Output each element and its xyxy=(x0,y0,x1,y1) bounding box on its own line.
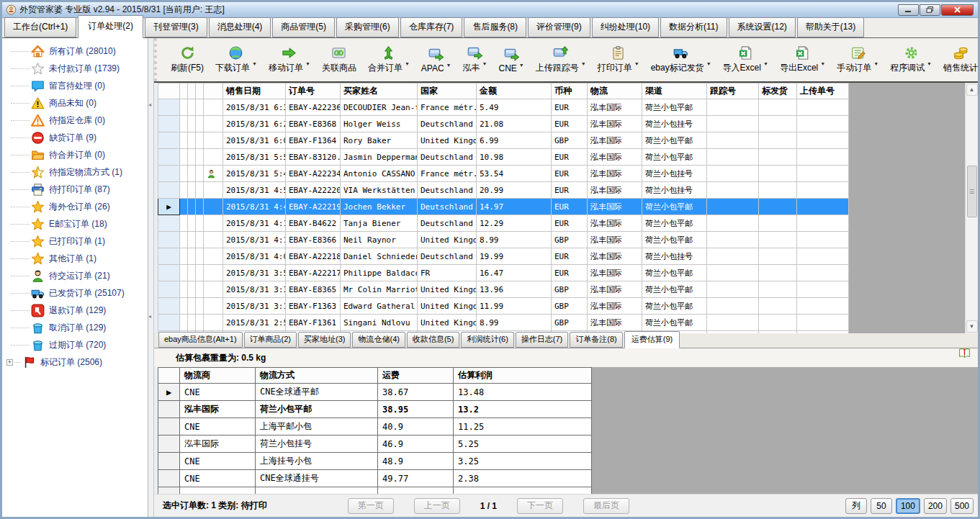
page-size-button-200[interactable]: 200 xyxy=(924,498,947,514)
orders-col-header-1[interactable] xyxy=(158,84,180,99)
orders-col-header-11[interactable]: 币种 xyxy=(552,84,588,99)
orders-col-header-14[interactable]: 跟踪号 xyxy=(707,84,759,99)
menu-tab-3[interactable]: 刊登管理(3) xyxy=(145,17,207,37)
orders-col-header-6[interactable]: 销售日期 xyxy=(223,84,286,99)
menu-tab-9[interactable]: 评价管理(9) xyxy=(528,17,590,37)
dropdown-caret-icon[interactable]: ▼ xyxy=(446,63,451,68)
dropdown-caret-icon[interactable]: ▼ xyxy=(927,61,932,66)
toolbar-button-11[interactable]: ebay标记发货▼ xyxy=(646,44,716,76)
sidebar-item-19[interactable]: +标记订单 (2506) xyxy=(2,353,148,371)
dropdown-caret-icon[interactable]: ▼ xyxy=(820,61,825,66)
toolbar-button-15[interactable]: 程序调试▼ xyxy=(885,44,937,76)
orders-col-header-15[interactable]: 标发货 xyxy=(759,84,797,99)
sidebar-item-6[interactable]: 缺货订单 (9) xyxy=(2,129,148,146)
toolbar-button-14[interactable]: 手动订单▼ xyxy=(832,44,884,76)
sidebar-item-13[interactable]: 其他订单 (1) xyxy=(2,250,148,267)
shipping-row[interactable]: CNE上海平邮小包40.911.25 xyxy=(158,418,592,435)
sidebar-item-9[interactable]: 待打印订单 (87) xyxy=(2,181,148,198)
shipping-col-header-4[interactable]: 运费 xyxy=(378,368,454,384)
sidebar-item-17[interactable]: 取消订单 (129) xyxy=(2,319,148,336)
toolbar-button-3[interactable]: 移动订单▼ xyxy=(264,44,315,76)
sidebar-item-1[interactable]: 所有订单 (28010) xyxy=(2,42,148,60)
toolbar-button-5[interactable]: 合并订单▼ xyxy=(363,44,415,76)
sidebar-item-3[interactable]: 留言待处理 (0) xyxy=(2,77,148,94)
order-row[interactable]: 2015/8/31 3:18EBAY-F1363Edward GatheralU… xyxy=(158,298,849,315)
shipping-row[interactable]: 泓丰国际荷兰小包挂号46.95.25 xyxy=(158,435,592,453)
order-row[interactable]: ▶2015/8/31 4:46EBAY-A22219Jochen BekkerD… xyxy=(158,199,849,215)
menu-tab-6[interactable]: 采购管理(6) xyxy=(336,17,399,37)
minimize-button[interactable] xyxy=(898,4,919,16)
order-row[interactable]: 2015/8/31 4:16EBAY-B4622Tanja BienerDeut… xyxy=(158,215,849,232)
last-page-button[interactable]: 最后页 xyxy=(583,498,629,514)
scroll-down-icon[interactable]: ▼ xyxy=(966,320,978,333)
shipping-row[interactable]: 泓丰国际荷兰小包平邮38.9513.2 xyxy=(158,401,592,418)
sidebar-item-8[interactable]: 待指定物流方式 (1) xyxy=(2,163,148,181)
sidebar-item-14[interactable]: 待交运订单 (21) xyxy=(2,267,148,284)
dropdown-caret-icon[interactable]: ▼ xyxy=(763,61,768,66)
toolbar-button-9[interactable]: 上传跟踪号▼ xyxy=(531,44,591,76)
sidebar-item-12[interactable]: 已打印订单 (1) xyxy=(2,233,148,250)
detail-tab-2[interactable]: 订单商品(2) xyxy=(244,332,297,348)
dropdown-caret-icon[interactable]: ▼ xyxy=(305,61,310,66)
detail-tab-8[interactable]: 订单备注(8) xyxy=(570,332,622,348)
sidebar-splitter[interactable]: ◂◂ xyxy=(148,38,154,517)
shipping-row[interactable] xyxy=(158,487,592,495)
close-button[interactable] xyxy=(941,4,974,16)
menu-tab-10[interactable]: 纠纷处理(10) xyxy=(592,17,659,37)
menu-tab-13[interactable]: 帮助关于(13) xyxy=(797,17,864,37)
orders-col-header-4[interactable] xyxy=(196,84,204,99)
page-size-button-500[interactable]: 500 xyxy=(950,498,974,514)
menu-tab-2[interactable]: 订单处理(2) xyxy=(78,15,143,38)
page-size-button-50[interactable]: 50 xyxy=(871,498,892,514)
dropdown-caret-icon[interactable]: ▼ xyxy=(634,61,639,66)
prev-page-button[interactable]: 上一页 xyxy=(414,498,460,514)
toolbar-button-4[interactable]: 关联商品 xyxy=(317,44,361,76)
dropdown-caret-icon[interactable]: ▼ xyxy=(519,63,524,68)
dropdown-caret-icon[interactable]: ▼ xyxy=(873,61,878,66)
order-row[interactable]: 2015/8/31 6:37EBAY-A22236DECOUDIER Jean-… xyxy=(158,99,849,116)
order-row[interactable]: 2015/8/31 6:28EBAY-E8368Holger WeissDeut… xyxy=(158,116,849,132)
detail-tab-9[interactable]: 运费估算(9) xyxy=(624,331,680,348)
dropdown-caret-icon[interactable]: ▼ xyxy=(706,61,711,66)
order-row[interactable]: 2015/8/31 4:11EBAY-E8366Neil RaynorUnite… xyxy=(158,232,849,248)
sidebar-item-16[interactable]: 退款订单 (129) xyxy=(2,302,148,319)
dropdown-caret-icon[interactable]: ▼ xyxy=(482,61,487,66)
orders-col-header-10[interactable]: 金额 xyxy=(477,84,552,99)
shipping-col-header-5[interactable]: 估算利润 xyxy=(454,368,592,384)
shipping-row[interactable]: CNECNE全球通挂号49.772.38 xyxy=(158,470,592,487)
shipping-col-header-3[interactable]: 物流方式 xyxy=(256,368,378,384)
sidebar-item-18[interactable]: 过期订单 (720) xyxy=(2,336,148,353)
dropdown-caret-icon[interactable]: ▼ xyxy=(581,61,586,66)
book-icon[interactable] xyxy=(958,347,971,359)
scroll-up-icon[interactable]: ▲ xyxy=(966,84,978,96)
shipping-row[interactable]: ▶CNECNE全球通平邮38.6713.48 xyxy=(158,384,592,401)
menu-tab-5[interactable]: 商品管理(5) xyxy=(272,17,335,37)
orders-col-header-16[interactable]: 上传单号 xyxy=(797,84,849,99)
sidebar-item-10[interactable]: 海外仓订单 (26) xyxy=(2,198,148,215)
detail-tab-7[interactable]: 操作日志(7) xyxy=(516,332,568,348)
detail-tab-5[interactable]: 收款信息(5) xyxy=(407,332,459,348)
orders-col-header-2[interactable] xyxy=(180,84,188,99)
toolbar-button-2[interactable]: 下载订单▼ xyxy=(210,44,262,76)
shipping-col-header-2[interactable]: 物流商 xyxy=(180,368,256,384)
orders-col-header-12[interactable]: 物流 xyxy=(588,84,642,99)
restore-button[interactable] xyxy=(920,4,940,16)
sidebar-item-7[interactable]: 待合并订单 (0) xyxy=(2,146,148,163)
dropdown-caret-icon[interactable]: ▼ xyxy=(405,61,410,66)
menu-tab-12[interactable]: 系统设置(12) xyxy=(729,17,796,37)
order-row[interactable]: 2015/8/31 4:53EBAY-A22220VIA Werkstätten… xyxy=(158,182,849,199)
toolbar-button-12[interactable]: 导入Excel▼ xyxy=(718,44,773,76)
order-row[interactable]: 2015/8/31 6:08EBAY-F1364Rory BakerUnited… xyxy=(158,132,849,149)
toolbar-button-6[interactable]: APAC▼ xyxy=(416,45,457,75)
menu-tab-11[interactable]: 数据分析(11) xyxy=(660,17,727,37)
orders-col-header-7[interactable]: 订单号 xyxy=(286,84,341,99)
scroll-thumb[interactable]: ☰ xyxy=(967,166,977,217)
dropdown-caret-icon[interactable]: ▼ xyxy=(252,61,257,66)
orders-scrollbar[interactable]: ▲ ☰ ▼ xyxy=(965,83,978,333)
order-row[interactable]: 2015/8/31 3:30EBAY-E8365Mr Colin Marriot… xyxy=(158,281,849,298)
toolbar-button-7[interactable]: 泓丰▼ xyxy=(458,44,493,76)
order-row[interactable]: 2015/8/31 5:59EBAY-83120...Jasmin Depper… xyxy=(158,149,849,166)
sidebar-item-4[interactable]: 商品未知 (0) xyxy=(2,94,148,112)
sidebar-item-2[interactable]: 未付款订单 (1739) xyxy=(2,60,148,77)
toolbar-button-1[interactable]: 刷新(F5) xyxy=(166,44,209,76)
